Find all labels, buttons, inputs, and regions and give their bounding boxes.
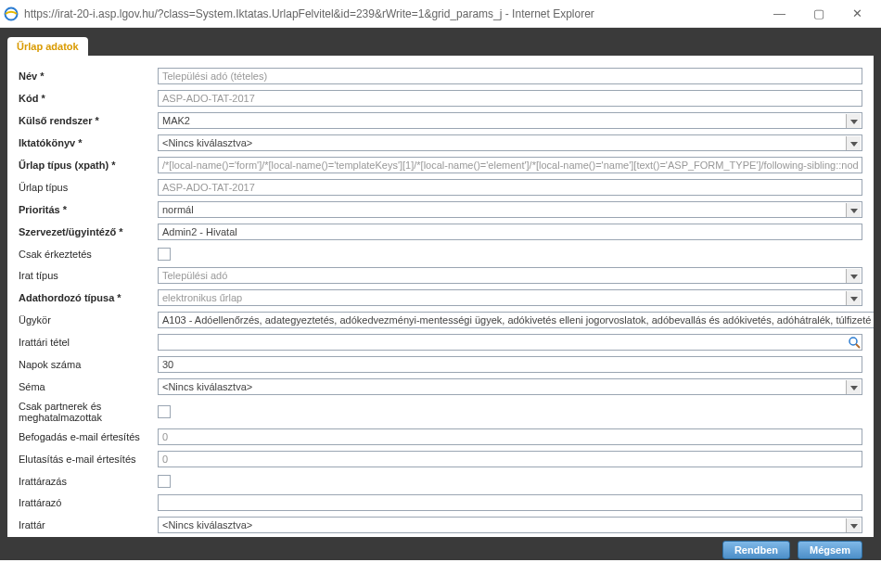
window-minimize-button[interactable]: — xyxy=(768,6,791,20)
svg-point-3 xyxy=(849,338,857,345)
row-elutasitas-email: Elutasítás e-mail értesítés xyxy=(19,448,862,470)
label-irattari-tetel: Irattári tétel xyxy=(19,337,158,348)
label-csak-erkeztetes: Csak érkeztetés xyxy=(19,249,158,260)
chevron-down-icon[interactable] xyxy=(846,269,861,284)
chevron-down-icon[interactable] xyxy=(846,203,861,218)
label-irat-tipus: Irat típus xyxy=(19,270,158,281)
select-iktatokonyv[interactable]: <Nincs kiválasztva> xyxy=(158,134,862,151)
label-urlap-tipus-xpath: Űrlap típus (xpath) * xyxy=(19,160,158,171)
input-nev[interactable] xyxy=(158,68,862,84)
label-befogadas-email: Befogadás e-mail értesítés xyxy=(19,431,158,442)
label-kod: Kód * xyxy=(19,93,158,104)
row-urlap-tipus: Űrlap típus xyxy=(19,176,862,198)
ie-icon xyxy=(4,6,19,21)
dialog-frame: Űrlap adatok Név * Kód * Külső rendszer … xyxy=(0,28,881,560)
label-napok-szama: Napok száma xyxy=(19,359,158,370)
checkbox-csak-erkeztetes[interactable] xyxy=(158,248,171,261)
label-irattarazo: Irattárazó xyxy=(19,497,158,508)
label-prioritas: Prioritás * xyxy=(19,204,158,215)
search-icon[interactable] xyxy=(848,336,861,349)
chevron-down-icon[interactable] xyxy=(846,136,861,151)
label-kulso-rendszer: Külső rendszer * xyxy=(19,115,158,126)
select-irattar[interactable]: <Nincs kiválasztva> xyxy=(158,517,862,533)
select-irat-tipus[interactable]: Települési adó xyxy=(158,267,862,284)
row-irattarazo: Irattárazó xyxy=(19,492,862,514)
label-irattar: Irattár xyxy=(19,519,158,530)
label-iktatokonyv: Iktatókönyv * xyxy=(19,137,158,148)
label-nev: Név * xyxy=(19,70,158,82)
input-ugykor[interactable]: A103 - Adóellenőrzés, adategyeztetés, ad… xyxy=(158,312,874,328)
chevron-down-icon[interactable] xyxy=(846,518,861,533)
row-napok-szama: Napok száma xyxy=(19,353,862,376)
select-adathordozo-tipusa[interactable]: elektronikus űrlap xyxy=(158,289,862,306)
row-csak-partnerek: Csak partnerek és meghatalmazottak xyxy=(19,398,862,426)
row-prioritas: Prioritás * normál xyxy=(19,198,862,221)
row-nev: Név * xyxy=(19,65,862,87)
label-irattarazas: Irattárazás xyxy=(19,476,158,487)
input-urlap-tipus[interactable] xyxy=(158,179,862,196)
label-ugykor: Ügykör xyxy=(19,314,158,326)
row-irattari-tetel: Irattári tétel xyxy=(19,331,862,353)
dialog-footer: Rendben Mégsem xyxy=(7,537,874,563)
window-title: https://irat-20-i.asp.lgov.hu/?class=Sys… xyxy=(24,7,768,20)
row-urlap-tipus-xpath: Űrlap típus (xpath) * xyxy=(19,154,862,176)
label-elutasitas-email: Elutasítás e-mail értesítés xyxy=(19,454,158,465)
window-close-button[interactable]: ✕ xyxy=(847,6,868,20)
row-befogadas-email: Befogadás e-mail értesítés xyxy=(19,426,862,448)
chevron-down-icon[interactable] xyxy=(846,114,861,129)
input-urlap-tipus-xpath[interactable] xyxy=(158,157,862,173)
select-kulso-rendszer[interactable]: MAK2 xyxy=(158,112,862,129)
row-sema: Séma <Nincs kiválasztva> xyxy=(19,376,862,398)
row-kod: Kód * xyxy=(19,87,862,109)
chevron-down-icon[interactable] xyxy=(846,291,861,306)
svg-line-4 xyxy=(856,344,860,348)
input-irattari-tetel[interactable] xyxy=(158,334,862,351)
select-sema[interactable]: <Nincs kiválasztva> xyxy=(158,378,862,395)
label-sema: Séma xyxy=(19,381,158,392)
label-adathordozo-tipusa: Adathordozó típusa * xyxy=(19,292,158,303)
row-irat-tipus: Irat típus Települési adó xyxy=(19,264,862,287)
row-iktatokonyv: Iktatókönyv * <Nincs kiválasztva> xyxy=(19,132,862,154)
row-irattar: Irattár <Nincs kiválasztva> xyxy=(19,514,862,536)
chevron-down-icon[interactable] xyxy=(846,380,861,395)
row-szervezet-ugyintezo: Szervezet/ügyintéző * xyxy=(19,221,862,243)
ok-button[interactable]: Rendben xyxy=(722,541,790,559)
label-urlap-tipus: Űrlap típus xyxy=(19,182,158,193)
cancel-button[interactable]: Mégsem xyxy=(798,541,862,559)
input-befogadas-email[interactable] xyxy=(158,428,862,445)
svg-point-0 xyxy=(6,7,18,19)
row-irattarazas: Irattárazás xyxy=(19,470,862,492)
input-kod[interactable] xyxy=(158,90,862,107)
row-kulso-rendszer: Külső rendszer * MAK2 xyxy=(19,109,862,132)
label-csak-partnerek: Csak partnerek és meghatalmazottak xyxy=(19,401,158,423)
form-panel: Név * Kód * Külső rendszer * MAK2 Iktató… xyxy=(7,56,874,537)
checkbox-irattarazas[interactable] xyxy=(158,475,171,488)
browser-bottom-strip xyxy=(0,560,881,588)
label-szervezet-ugyintezo: Szervezet/ügyintéző * xyxy=(19,226,158,237)
checkbox-csak-partnerek[interactable] xyxy=(158,405,171,418)
input-szervezet-ugyintezo[interactable] xyxy=(158,224,862,240)
input-napok-szama[interactable] xyxy=(158,356,862,373)
window-maximize-button[interactable]: ▢ xyxy=(808,6,830,20)
input-irattarazo[interactable] xyxy=(158,494,862,511)
tab-urlap-adatok[interactable]: Űrlap adatok xyxy=(7,37,88,56)
row-csak-erkeztetes: Csak érkeztetés xyxy=(19,243,862,264)
row-ugykor: Ügykör A103 - Adóellenőrzés, adategyezte… xyxy=(19,309,862,331)
window-titlebar: https://irat-20-i.asp.lgov.hu/?class=Sys… xyxy=(0,0,881,28)
select-prioritas[interactable]: normál xyxy=(158,201,862,218)
row-adathordozo-tipusa: Adathordozó típusa * elektronikus űrlap xyxy=(19,287,862,309)
input-elutasitas-email[interactable] xyxy=(158,451,862,467)
